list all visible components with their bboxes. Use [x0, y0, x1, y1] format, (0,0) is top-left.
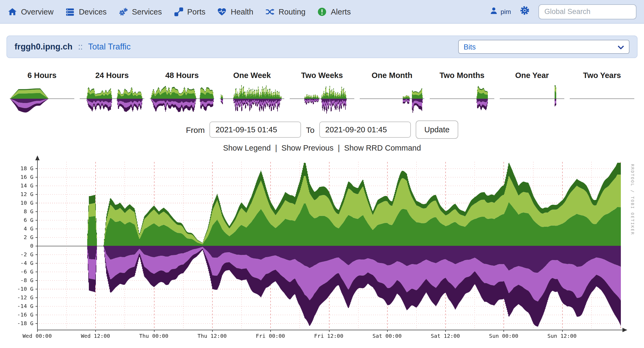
nav-label-ports: Ports: [187, 7, 205, 16]
mini-graph-two-years[interactable]: [570, 82, 634, 115]
to-date-input[interactable]: [319, 122, 411, 138]
main-graph-area: [0, 154, 644, 344]
mini-graph-two-months[interactable]: [430, 82, 494, 115]
link-separator: |: [275, 144, 277, 152]
ports-icon: [174, 7, 183, 16]
health-icon: [217, 7, 227, 16]
global-search-input[interactable]: [538, 4, 636, 19]
alert-circle-icon: [317, 7, 327, 16]
nav-label-services: Services: [132, 7, 162, 16]
nav-right-cluster: pim: [489, 4, 636, 19]
timeframe-6-hours[interactable]: 6 Hours: [9, 71, 75, 115]
mini-graph-one-week[interactable]: [220, 82, 284, 115]
timeframe-two-weeks[interactable]: Two Weeks: [289, 71, 355, 115]
page-root: Overview Devices Services Ports Health R…: [0, 0, 644, 348]
title-separator: ::: [78, 42, 83, 51]
timeframe-one-year[interactable]: One Year: [499, 71, 565, 115]
timeframe-label: 24 Hours: [79, 71, 145, 80]
home-icon: [8, 7, 17, 16]
timeframe-one-month[interactable]: One Month: [359, 71, 425, 115]
nav-item-devices[interactable]: Devices: [65, 7, 107, 16]
from-date-input[interactable]: [209, 122, 301, 138]
nav-label-overview: Overview: [21, 7, 54, 16]
nav-label-alerts: Alerts: [331, 7, 351, 16]
services-icon: [118, 7, 128, 16]
settings-button[interactable]: [520, 5, 530, 18]
gear-icon: [520, 5, 530, 18]
nav-item-ports[interactable]: Ports: [174, 7, 205, 16]
nav-item-health[interactable]: Health: [217, 7, 253, 16]
nav-label-health: Health: [231, 7, 253, 16]
timeframe-24-hours[interactable]: 24 Hours: [79, 71, 145, 115]
timeframe-two-months[interactable]: Two Months: [429, 71, 495, 115]
show-previous-link[interactable]: Show Previous: [281, 144, 333, 152]
mini-graph-one-month[interactable]: [360, 82, 424, 115]
nav-item-services[interactable]: Services: [118, 7, 162, 16]
timeframe-label: One Week: [219, 71, 285, 80]
mini-graph-24-hours[interactable]: [80, 82, 144, 115]
top-nav: Overview Devices Services Ports Health R…: [0, 0, 644, 24]
timeframe-label: Two Years: [569, 71, 635, 80]
nav-item-routing[interactable]: Routing: [265, 7, 306, 16]
timeframe-two-years[interactable]: Two Years: [569, 71, 635, 115]
graph-title-link[interactable]: Total Traffic: [88, 42, 131, 51]
graph-panel-header: frggh0.ipng.ch :: Total Traffic Bits: [6, 35, 638, 58]
timeframe-row: 6 Hours 24 Hours 48 Hours One Week Two W…: [0, 71, 644, 115]
devices-icon: [65, 7, 75, 16]
show-legend-link[interactable]: Show Legend: [223, 144, 271, 152]
nav-item-alerts[interactable]: Alerts: [317, 7, 351, 16]
mini-graph-6-hours[interactable]: [10, 82, 74, 115]
link-separator: |: [338, 144, 340, 152]
mini-graph-48-hours[interactable]: [150, 82, 214, 115]
to-label: To: [306, 125, 314, 134]
timeframe-label: 6 Hours: [9, 71, 75, 80]
nav-label-routing: Routing: [279, 7, 306, 16]
user-icon: [489, 6, 498, 17]
from-label: From: [186, 125, 205, 134]
unit-select[interactable]: Bits: [458, 40, 629, 54]
show-rrd-command-link[interactable]: Show RRD Command: [344, 144, 421, 152]
traffic-graph-canvas: [0, 154, 644, 344]
user-menu[interactable]: pim: [489, 6, 511, 17]
nav-item-overview[interactable]: Overview: [8, 7, 54, 16]
device-name[interactable]: frggh0.ipng.ch: [15, 42, 72, 51]
unit-select-value: Bits: [464, 43, 476, 51]
timeframe-label: Two Weeks: [289, 71, 355, 80]
timeframe-48-hours[interactable]: 48 Hours: [149, 71, 215, 115]
user-name: pim: [500, 8, 511, 15]
nav-label-devices: Devices: [79, 7, 107, 16]
date-range-controls: From To Update: [0, 120, 644, 139]
mini-graph-one-year[interactable]: [500, 82, 564, 115]
mini-graph-two-weeks[interactable]: [290, 82, 354, 115]
timeframe-one-week[interactable]: One Week: [219, 71, 285, 115]
timeframe-label: Two Months: [429, 71, 495, 80]
update-button[interactable]: Update: [416, 120, 458, 139]
graph-option-links: Show Legend | Show Previous | Show RRD C…: [0, 144, 644, 152]
timeframe-label: One Year: [499, 71, 565, 80]
routing-icon: [265, 7, 275, 16]
page-title: frggh0.ipng.ch :: Total Traffic: [15, 42, 131, 52]
chevron-down-icon: [618, 43, 624, 51]
timeframe-label: 48 Hours: [149, 71, 215, 80]
timeframe-label: One Month: [359, 71, 425, 80]
